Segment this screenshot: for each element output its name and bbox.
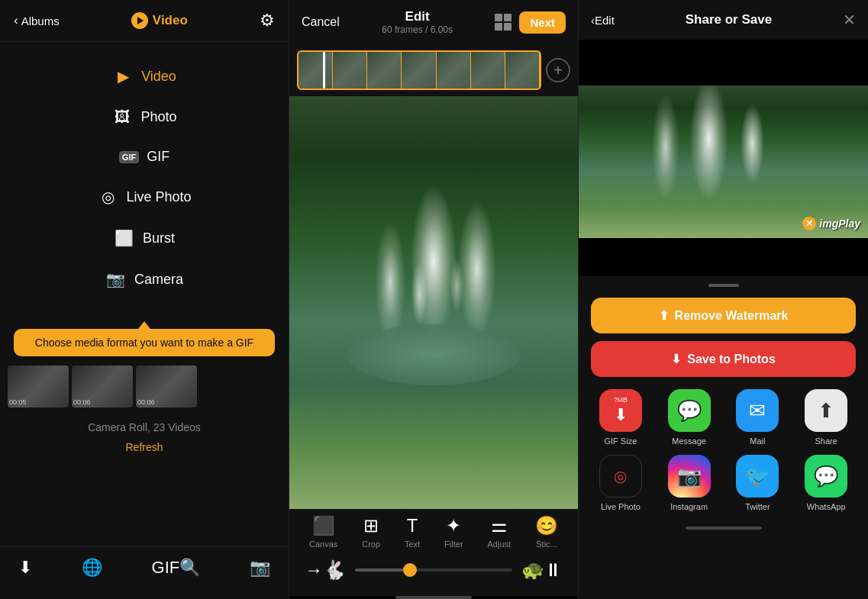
menu-item-photo[interactable]: 🖼 Photo — [0, 98, 289, 136]
scrubber-thumb — [403, 563, 417, 577]
mail-icon: ✉ — [736, 389, 779, 432]
download-icon[interactable]: ⬇ — [18, 558, 32, 578]
save-photos-label: Save to Photos — [687, 353, 776, 366]
add-frame-button[interactable]: + — [546, 58, 570, 82]
thumbnail-2[interactable]: 00:06 — [72, 366, 133, 407]
menu-item-live-photo[interactable]: ◎ Live Photo — [0, 178, 289, 216]
thumbnail-1[interactable]: 00:05 — [8, 366, 69, 407]
menu-item-video[interactable]: ▶ Video — [0, 57, 289, 95]
grid-cell-3 — [495, 23, 502, 31]
save-icon: ⬇ — [671, 352, 681, 366]
edit-info: Edit 60 frames / 6.00s — [382, 9, 453, 35]
panel-edit: Cancel Edit 60 frames / 6.00s Next — [289, 0, 579, 599]
panel2-toolbar: ⬛ Canvas ⊞ Crop T Text ✦ Filter ⚌ Adjust… — [289, 509, 578, 552]
watermark-badge: ✕ imgPlay — [802, 217, 860, 230]
share-item-live-photo[interactable]: ◎ Live Photo — [591, 455, 650, 511]
burst-label: Burst — [143, 230, 175, 246]
save-photos-button[interactable]: ⬇ Save to Photos — [591, 341, 856, 377]
gif-search-icon[interactable]: GIF🔍 — [152, 558, 201, 578]
action-buttons: ⬆ Remove Watermark ⬇ Save to Photos — [579, 298, 868, 377]
panel1-header: ‹ Albums Video ⚙ — [0, 0, 289, 42]
menu-item-gif[interactable]: GIF GIF — [0, 139, 289, 175]
video-icon: ▶ — [112, 67, 134, 85]
camera-footer-icon[interactable]: 📷 — [250, 558, 270, 578]
share-grid: ?MB ⬇ GIF Size 💬 Message ✉ Mail ⬆ Share … — [579, 377, 868, 517]
text-icon: T — [407, 515, 418, 536]
panel3-header: ‹ Edit Share or Save ✕ — [579, 0, 868, 40]
filmstrip[interactable] — [297, 50, 541, 90]
share-item-message[interactable]: 💬 Message — [660, 389, 719, 446]
albums-back-button[interactable]: ‹ Albums — [14, 13, 60, 28]
refresh-button[interactable]: Refresh — [0, 438, 289, 456]
home-indicator — [395, 596, 472, 599]
twitter-icon: 🐦 — [736, 455, 779, 498]
thumbnail-3[interactable]: 00:06 — [136, 366, 197, 407]
tool-sticker[interactable]: 😊 Stic... — [535, 515, 558, 549]
filter-icon: ✦ — [446, 515, 461, 536]
preview-black-bottom — [579, 238, 868, 276]
water-pool — [347, 324, 521, 385]
menu-item-camera[interactable]: 📷 Camera — [0, 260, 289, 298]
grid-cell-1 — [495, 14, 502, 21]
live-photo-icon: ◎ — [97, 188, 118, 206]
film-playhead — [323, 52, 325, 89]
grid-view-icon[interactable] — [495, 14, 511, 31]
tool-adjust[interactable]: ⚌ Adjust — [488, 515, 511, 549]
share-save-title: Share or Save — [686, 12, 772, 27]
globe-icon[interactable]: 🌐 — [82, 558, 102, 578]
edit-subtitle: 60 frames / 6.00s — [382, 24, 453, 35]
video-label: Video — [141, 69, 176, 85]
next-button[interactable]: Next — [519, 11, 566, 34]
scrubber-track — [355, 568, 410, 572]
tool-text[interactable]: T Text — [405, 515, 420, 549]
photo-label: Photo — [140, 109, 176, 125]
message-label: Message — [672, 436, 706, 446]
tooltip-box: Choose media format you want to make a G… — [14, 329, 275, 356]
gif-label: GIF — [147, 149, 169, 165]
crop-icon: ⊞ — [363, 515, 379, 536]
turtle-button[interactable]: 🐢 — [521, 559, 544, 581]
pause-button[interactable]: ⏸ — [544, 559, 563, 581]
thumbnail-strip: 00:05 00:06 00:06 — [0, 356, 289, 417]
edit-title: Edit — [382, 9, 453, 24]
filter-label: Filter — [444, 539, 463, 549]
camera-icon: 📷 — [105, 270, 127, 288]
share-item-instagram[interactable]: 📷 Instagram — [660, 455, 719, 511]
watermark-remove-icon[interactable]: ✕ — [802, 217, 816, 230]
share-item-whatsapp[interactable]: 💬 WhatsApp — [796, 455, 856, 511]
instagram-label: Instagram — [670, 502, 708, 511]
main-video-preview — [289, 96, 578, 509]
twitter-label: Twitter — [745, 502, 770, 511]
panel2-header: Cancel Edit 60 frames / 6.00s Next — [289, 0, 578, 44]
settings-icon[interactable]: ⚙ — [260, 11, 275, 31]
gif-size-icon: ?MB ⬇ — [599, 389, 642, 432]
canvas-icon: ⬛ — [312, 515, 335, 536]
share-item-gif-size[interactable]: ?MB ⬇ GIF Size — [591, 389, 650, 446]
share-item-twitter[interactable]: 🐦 Twitter — [728, 455, 788, 511]
albums-label: Albums — [21, 14, 60, 27]
remove-watermark-label: Remove Watermark — [675, 309, 789, 323]
menu-item-burst[interactable]: ⬜ Burst — [0, 219, 289, 257]
share-item-share[interactable]: ⬆ Share — [796, 389, 856, 446]
preview-image: ✕ imgPlay — [579, 85, 868, 238]
edit-back-button[interactable]: ‹ Edit — [591, 14, 615, 27]
scrubber[interactable] — [355, 568, 512, 572]
panel-share-save: ‹ Edit Share or Save ✕ ✕ imgPlay ⬆ Remov… — [579, 0, 868, 599]
share-item-mail[interactable]: ✉ Mail — [728, 389, 788, 446]
share-icon: ⬆ — [805, 389, 847, 432]
mail-label: Mail — [750, 436, 765, 446]
close-button[interactable]: ✕ — [843, 11, 856, 29]
sticker-label: Stic... — [536, 539, 557, 549]
forward-button[interactable]: → — [305, 559, 323, 581]
chevron-left-icon: ‹ — [14, 13, 18, 28]
thumb-label-2: 00:06 — [73, 398, 91, 406]
remove-watermark-button[interactable]: ⬆ Remove Watermark — [591, 298, 856, 333]
tool-filter[interactable]: ✦ Filter — [444, 515, 463, 549]
library-label: Camera Roll, 23 Videos — [0, 417, 289, 438]
tool-crop[interactable]: ⊞ Crop — [362, 515, 380, 549]
film-frame-3 — [367, 52, 402, 89]
tool-canvas[interactable]: ⬛ Canvas — [309, 515, 337, 549]
camera-label: Camera — [134, 272, 183, 288]
slow-button[interactable]: 🐇 — [323, 559, 346, 581]
cancel-button[interactable]: Cancel — [302, 15, 340, 29]
